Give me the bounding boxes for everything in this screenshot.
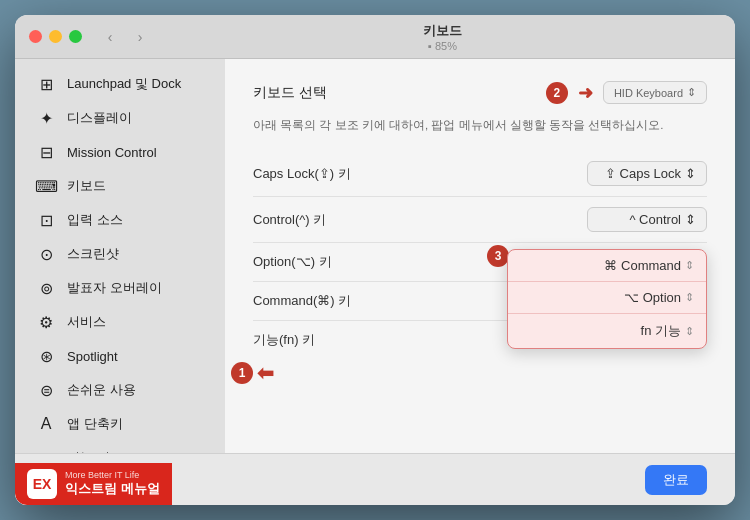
sidebar-item-mission[interactable]: ⊟ Mission Control: [21, 135, 219, 169]
badge-2: 2: [546, 82, 568, 104]
dropdown-command-arrows: ⇕: [685, 259, 694, 272]
sidebar-label-mission: Mission Control: [67, 145, 157, 160]
sidebar-label-shortcuts: 앱 단축키: [67, 415, 123, 433]
keyboard-icon: ⌨: [35, 175, 57, 197]
dropdown-option-text: ⌥ Option: [624, 290, 681, 305]
minimize-button[interactable]: [49, 30, 62, 43]
input-icon: ⊡: [35, 209, 57, 231]
back-arrow[interactable]: ‹: [98, 25, 122, 49]
sidebar-item-screenshot[interactable]: ⊙ 스크린샷: [21, 237, 219, 271]
spotlight-icon: ⊛: [35, 345, 57, 367]
dropdown-fn-arrows: ⇕: [685, 325, 694, 338]
main-window: ‹ › 키보드 ▪ 85% ⊞ Launchpad 및 Dock ✦ 디스플레이…: [15, 15, 735, 505]
dropdown-option-arrows: ⇕: [685, 291, 694, 304]
keyboard-select-row: 키보드 선택 2 ➜ HID Keyboard ⇕: [253, 81, 707, 104]
sidebar-label-input: 입력 소스: [67, 211, 123, 229]
key-value-capslock[interactable]: ⇪ Caps Lock ⇕: [587, 161, 707, 186]
shortcuts-icon: A: [35, 413, 57, 435]
badge-1: 1: [231, 362, 253, 384]
main-panel: 키보드 선택 2 ➜ HID Keyboard ⇕ 아래 목록의 각 보조 키에…: [225, 59, 735, 453]
services-icon: ⚙: [35, 311, 57, 333]
key-label-command: Command(⌘) 키: [253, 292, 351, 310]
traffic-lights: [29, 30, 82, 43]
control-arrows: ⇕: [685, 212, 696, 227]
sidebar-item-shortcuts[interactable]: A 앱 단축키: [21, 407, 219, 441]
keyboard-select-label: 키보드 선택: [253, 84, 327, 102]
display-icon: ✦: [35, 107, 57, 129]
watermark-main-text: 익스트림 메뉴얼: [65, 480, 160, 498]
sidebar-label-launchpad: Launchpad 및 Dock: [67, 75, 181, 93]
sidebar: ⊞ Launchpad 및 Dock ✦ 디스플레이 ⊟ Mission Con…: [15, 59, 225, 453]
dropdown-item-option[interactable]: ⌥ Option ⇕: [508, 282, 706, 314]
description: 아래 목록의 각 보조 키에 대하여, 팝업 메뉴에서 실행할 동작을 선택하십…: [253, 118, 707, 133]
sidebar-item-fnkeys[interactable]: in 기능 키: [21, 441, 219, 453]
battery-status: ▪ 85%: [428, 40, 457, 52]
sidebar-item-input[interactable]: ⊡ 입력 소스: [21, 203, 219, 237]
keyboard-select-button[interactable]: HID Keyboard ⇕: [603, 81, 707, 104]
key-label-fn: 기능(fn) 키: [253, 331, 315, 349]
content-area: ⊞ Launchpad 및 Dock ✦ 디스플레이 ⊟ Mission Con…: [15, 59, 735, 453]
select-chevron: ⇕: [687, 86, 696, 99]
watermark-sub: More Better IT Life: [65, 470, 160, 480]
sidebar-label-accessibility: 손쉬운 사용: [67, 381, 136, 399]
titlebar-center: 키보드 ▪ 85%: [164, 22, 721, 52]
sidebar-label-spotlight: Spotlight: [67, 349, 118, 364]
sidebar-label-display: 디스플레이: [67, 109, 132, 127]
nav-arrows: ‹ ›: [98, 25, 152, 49]
dropdown-item-command[interactable]: ⌘ Command ⇕: [508, 250, 706, 282]
capslock-value-text: ⇪ Caps Lock: [605, 166, 681, 181]
capslock-arrows: ⇕: [685, 166, 696, 181]
titlebar: ‹ › 키보드 ▪ 85%: [15, 15, 735, 59]
mission-icon: ⊟: [35, 141, 57, 163]
done-button[interactable]: 완료: [645, 465, 707, 495]
sidebar-item-keyboard[interactable]: ⌨ 키보드: [21, 169, 219, 203]
window-title: 키보드: [423, 22, 462, 40]
sidebar-item-accessibility[interactable]: ⊜ 손쉬운 사용: [21, 373, 219, 407]
sidebar-item-spotlight[interactable]: ⊛ Spotlight: [21, 339, 219, 373]
dropdown-overlay: ⌘ Command ⇕ ⌥ Option ⇕ fn 기능 ⇕: [507, 249, 707, 349]
dropdown-command-text: ⌘ Command: [604, 258, 681, 273]
badge-3: 3: [487, 245, 509, 267]
keyboard-select-right: 2 ➜ HID Keyboard ⇕: [546, 81, 707, 104]
screenshot-icon: ⊙: [35, 243, 57, 265]
keyboard-value: HID Keyboard: [614, 87, 683, 99]
watermark-text-group: More Better IT Life 익스트림 메뉴얼: [65, 470, 160, 498]
key-label-capslock: Caps Lock(⇪) 키: [253, 165, 351, 183]
dropdown-item-fn[interactable]: fn 기능 ⇕: [508, 314, 706, 348]
watermark: EX More Better IT Life 익스트림 메뉴얼: [15, 463, 172, 505]
dropdown-fn-text: fn 기능: [641, 322, 681, 340]
sidebar-item-services[interactable]: ⚙ 서비스: [21, 305, 219, 339]
dictation-icon: ⊚: [35, 277, 57, 299]
watermark-logo: EX: [27, 469, 57, 499]
sidebar-item-dictation[interactable]: ⊚ 발표자 오버레이: [21, 271, 219, 305]
close-button[interactable]: [29, 30, 42, 43]
forward-arrow[interactable]: ›: [128, 25, 152, 49]
launchpad-icon: ⊞: [35, 73, 57, 95]
sidebar-item-display[interactable]: ✦ 디스플레이: [21, 101, 219, 135]
sidebar-label-services: 서비스: [67, 313, 106, 331]
sidebar-label-dictation: 발표자 오버레이: [67, 279, 162, 297]
maximize-button[interactable]: [69, 30, 82, 43]
sidebar-label-keyboard: 키보드: [67, 177, 106, 195]
sidebar-item-launchpad[interactable]: ⊞ Launchpad 및 Dock: [21, 67, 219, 101]
key-row-capslock: Caps Lock(⇪) 키 ⇪ Caps Lock ⇕: [253, 151, 707, 197]
arrow-left-icon: ⬅: [257, 361, 274, 385]
key-value-control[interactable]: ^ Control ⇕: [587, 207, 707, 232]
key-label-option: Option(⌥) 키: [253, 253, 332, 271]
key-label-control: Control(^) 키: [253, 211, 326, 229]
accessibility-icon: ⊜: [35, 379, 57, 401]
sidebar-label-screenshot: 스크린샷: [67, 245, 119, 263]
control-value-text: ^ Control: [629, 212, 681, 227]
key-row-control: Control(^) 키 ^ Control ⇕: [253, 197, 707, 243]
badge-1-container: 1 ⬅: [231, 361, 274, 385]
arrow-right-icon: ➜: [578, 82, 593, 104]
